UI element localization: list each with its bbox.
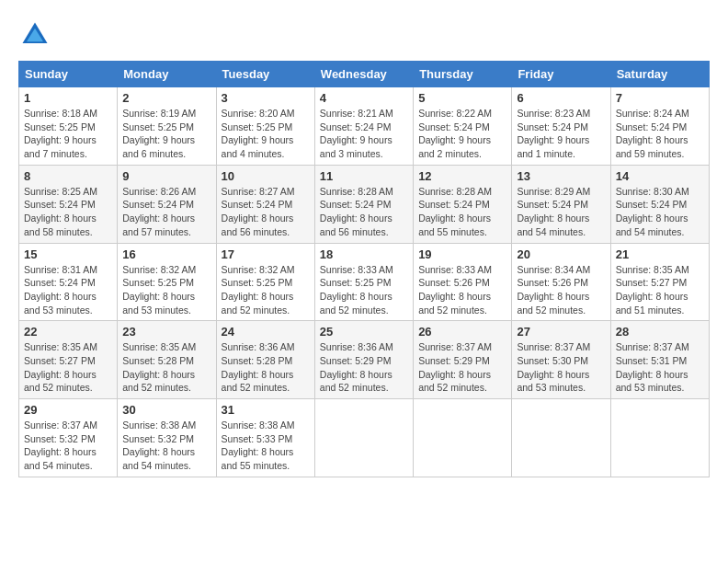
day-info: Sunrise: 8:38 AM Sunset: 5:33 PM Dayligh… — [222, 419, 310, 473]
calendar-header-monday: Monday — [118, 62, 216, 87]
day-number: 24 — [222, 325, 310, 339]
day-number: 14 — [616, 169, 704, 183]
day-number: 20 — [517, 247, 605, 261]
day-info: Sunrise: 8:24 AM Sunset: 5:24 PM Dayligh… — [616, 107, 704, 161]
calendar-cell: 15 Sunrise: 8:31 AM Sunset: 5:24 PM Dayl… — [19, 243, 118, 321]
day-info: Sunrise: 8:33 AM Sunset: 5:25 PM Dayligh… — [320, 263, 408, 317]
calendar-cell: 13 Sunrise: 8:29 AM Sunset: 5:24 PM Dayl… — [512, 165, 610, 243]
calendar-header-saturday: Saturday — [610, 62, 709, 87]
calendar-cell: 22 Sunrise: 8:35 AM Sunset: 5:27 PM Dayl… — [19, 321, 118, 399]
day-info: Sunrise: 8:37 AM Sunset: 5:32 PM Dayligh… — [24, 419, 112, 473]
calendar-cell: 11 Sunrise: 8:28 AM Sunset: 5:24 PM Dayl… — [314, 165, 413, 243]
calendar-cell — [610, 399, 709, 477]
day-number: 6 — [517, 91, 605, 105]
day-number: 11 — [320, 169, 408, 183]
day-info: Sunrise: 8:35 AM Sunset: 5:27 PM Dayligh… — [24, 340, 112, 395]
day-info: Sunrise: 8:23 AM Sunset: 5:24 PM Dayligh… — [517, 107, 605, 161]
day-info: Sunrise: 8:32 AM Sunset: 5:25 PM Dayligh… — [222, 263, 310, 317]
day-info: Sunrise: 8:28 AM Sunset: 5:24 PM Dayligh… — [320, 185, 408, 239]
day-number: 17 — [222, 247, 310, 261]
day-number: 12 — [418, 169, 506, 183]
calendar-cell: 20 Sunrise: 8:34 AM Sunset: 5:26 PM Dayl… — [512, 243, 610, 321]
calendar-cell: 6 Sunrise: 8:23 AM Sunset: 5:24 PM Dayli… — [512, 87, 610, 166]
calendar-header-friday: Friday — [512, 62, 610, 87]
day-number: 19 — [418, 247, 506, 261]
calendar-cell: 4 Sunrise: 8:21 AM Sunset: 5:24 PM Dayli… — [314, 87, 413, 166]
day-info: Sunrise: 8:31 AM Sunset: 5:24 PM Dayligh… — [24, 263, 112, 317]
calendar-cell: 1 Sunrise: 8:18 AM Sunset: 5:25 PM Dayli… — [19, 87, 118, 166]
calendar-cell: 7 Sunrise: 8:24 AM Sunset: 5:24 PM Dayli… — [610, 87, 709, 166]
calendar-cell: 29 Sunrise: 8:37 AM Sunset: 5:32 PM Dayl… — [19, 399, 118, 477]
day-info: Sunrise: 8:38 AM Sunset: 5:32 PM Dayligh… — [122, 419, 210, 473]
calendar-cell: 14 Sunrise: 8:30 AM Sunset: 5:24 PM Dayl… — [610, 165, 709, 243]
day-number: 16 — [122, 247, 210, 261]
day-info: Sunrise: 8:36 AM Sunset: 5:28 PM Dayligh… — [222, 340, 310, 395]
page-header — [18, 18, 710, 52]
calendar-header-wednesday: Wednesday — [314, 62, 413, 87]
day-info: Sunrise: 8:37 AM Sunset: 5:29 PM Dayligh… — [418, 340, 506, 395]
calendar-table: SundayMondayTuesdayWednesdayThursdayFrid… — [18, 61, 710, 477]
day-number: 22 — [24, 325, 112, 339]
calendar-cell: 18 Sunrise: 8:33 AM Sunset: 5:25 PM Dayl… — [314, 243, 413, 321]
calendar-week-4: 22 Sunrise: 8:35 AM Sunset: 5:27 PM Dayl… — [19, 321, 710, 399]
calendar-week-1: 1 Sunrise: 8:18 AM Sunset: 5:25 PM Dayli… — [19, 87, 710, 166]
day-number: 18 — [320, 247, 408, 261]
calendar-cell: 5 Sunrise: 8:22 AM Sunset: 5:24 PM Dayli… — [414, 87, 512, 166]
calendar-cell: 8 Sunrise: 8:25 AM Sunset: 5:24 PM Dayli… — [19, 165, 118, 243]
day-number: 29 — [24, 403, 112, 417]
calendar-cell: 17 Sunrise: 8:32 AM Sunset: 5:25 PM Dayl… — [216, 243, 314, 321]
calendar-header-tuesday: Tuesday — [216, 62, 314, 87]
day-number: 8 — [24, 169, 112, 183]
calendar-cell: 16 Sunrise: 8:32 AM Sunset: 5:25 PM Dayl… — [118, 243, 216, 321]
day-number: 2 — [122, 91, 210, 105]
calendar-cell: 10 Sunrise: 8:27 AM Sunset: 5:24 PM Dayl… — [216, 165, 314, 243]
calendar-cell: 19 Sunrise: 8:33 AM Sunset: 5:26 PM Dayl… — [414, 243, 512, 321]
calendar-cell: 3 Sunrise: 8:20 AM Sunset: 5:25 PM Dayli… — [216, 87, 314, 166]
calendar-header-thursday: Thursday — [414, 62, 512, 87]
day-info: Sunrise: 8:22 AM Sunset: 5:24 PM Dayligh… — [418, 107, 506, 161]
logo — [18, 18, 57, 52]
calendar-week-5: 29 Sunrise: 8:37 AM Sunset: 5:32 PM Dayl… — [19, 399, 710, 477]
day-info: Sunrise: 8:27 AM Sunset: 5:24 PM Dayligh… — [222, 185, 310, 239]
day-info: Sunrise: 8:21 AM Sunset: 5:24 PM Dayligh… — [320, 107, 408, 161]
calendar-cell: 2 Sunrise: 8:19 AM Sunset: 5:25 PM Dayli… — [118, 87, 216, 166]
calendar-cell: 25 Sunrise: 8:36 AM Sunset: 5:29 PM Dayl… — [314, 321, 413, 399]
day-info: Sunrise: 8:19 AM Sunset: 5:25 PM Dayligh… — [122, 107, 210, 161]
day-info: Sunrise: 8:35 AM Sunset: 5:28 PM Dayligh… — [122, 340, 210, 395]
day-info: Sunrise: 8:30 AM Sunset: 5:24 PM Dayligh… — [616, 185, 704, 239]
day-number: 15 — [24, 247, 112, 261]
day-number: 5 — [418, 91, 506, 105]
calendar-cell: 23 Sunrise: 8:35 AM Sunset: 5:28 PM Dayl… — [118, 321, 216, 399]
day-info: Sunrise: 8:28 AM Sunset: 5:24 PM Dayligh… — [418, 185, 506, 239]
calendar-cell: 27 Sunrise: 8:37 AM Sunset: 5:30 PM Dayl… — [512, 321, 610, 399]
calendar-cell — [414, 399, 512, 477]
calendar-header-row: SundayMondayTuesdayWednesdayThursdayFrid… — [19, 62, 710, 87]
day-number: 26 — [418, 325, 506, 339]
day-number: 25 — [320, 325, 408, 339]
day-info: Sunrise: 8:18 AM Sunset: 5:25 PM Dayligh… — [24, 107, 112, 161]
day-info: Sunrise: 8:26 AM Sunset: 5:24 PM Dayligh… — [122, 185, 210, 239]
day-number: 4 — [320, 91, 408, 105]
calendar-cell: 24 Sunrise: 8:36 AM Sunset: 5:28 PM Dayl… — [216, 321, 314, 399]
day-info: Sunrise: 8:37 AM Sunset: 5:30 PM Dayligh… — [517, 340, 605, 395]
calendar-cell: 31 Sunrise: 8:38 AM Sunset: 5:33 PM Dayl… — [216, 399, 314, 477]
day-info: Sunrise: 8:20 AM Sunset: 5:25 PM Dayligh… — [222, 107, 310, 161]
day-number: 27 — [517, 325, 605, 339]
calendar-cell: 30 Sunrise: 8:38 AM Sunset: 5:32 PM Dayl… — [118, 399, 216, 477]
day-info: Sunrise: 8:25 AM Sunset: 5:24 PM Dayligh… — [24, 185, 112, 239]
calendar-cell: 26 Sunrise: 8:37 AM Sunset: 5:29 PM Dayl… — [414, 321, 512, 399]
day-number: 3 — [222, 91, 310, 105]
logo-icon — [18, 18, 51, 52]
day-info: Sunrise: 8:29 AM Sunset: 5:24 PM Dayligh… — [517, 185, 605, 239]
day-number: 23 — [122, 325, 210, 339]
day-info: Sunrise: 8:32 AM Sunset: 5:25 PM Dayligh… — [122, 263, 210, 317]
day-number: 9 — [122, 169, 210, 183]
day-info: Sunrise: 8:34 AM Sunset: 5:26 PM Dayligh… — [517, 263, 605, 317]
calendar-week-3: 15 Sunrise: 8:31 AM Sunset: 5:24 PM Dayl… — [19, 243, 710, 321]
day-info: Sunrise: 8:36 AM Sunset: 5:29 PM Dayligh… — [320, 340, 408, 395]
day-number: 13 — [517, 169, 605, 183]
day-number: 30 — [122, 403, 210, 417]
day-info: Sunrise: 8:33 AM Sunset: 5:26 PM Dayligh… — [418, 263, 506, 317]
calendar-cell: 9 Sunrise: 8:26 AM Sunset: 5:24 PM Dayli… — [118, 165, 216, 243]
day-info: Sunrise: 8:35 AM Sunset: 5:27 PM Dayligh… — [616, 263, 704, 317]
